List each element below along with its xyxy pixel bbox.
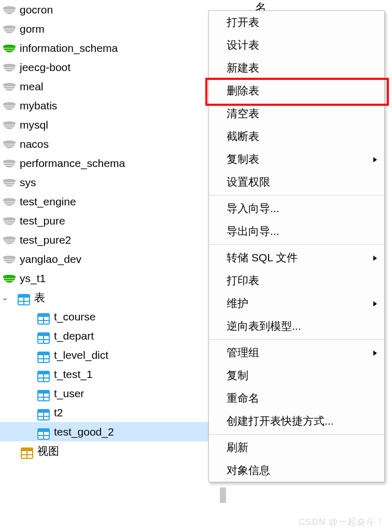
menu-item[interactable]: 复制表 (209, 148, 384, 171)
db-item[interactable]: sys (0, 173, 218, 192)
table-item[interactable]: test_good_2 (0, 422, 218, 441)
database-icon (3, 197, 16, 207)
menu-item[interactable]: 导出向导... (209, 220, 384, 243)
menu-item[interactable]: 设置权限 (209, 171, 384, 193)
view-icon (21, 445, 33, 457)
db-label: ys_t1 (20, 269, 218, 288)
db-item[interactable]: nacos (0, 134, 218, 153)
table-item[interactable]: t_test_1 (0, 365, 218, 384)
db-label: mysql (20, 115, 218, 134)
menu-item[interactable]: 新建表 (209, 57, 384, 79)
context-menu: 打开表设计表新建表删除表清空表截断表复制表设置权限导入向导...导出向导...转… (208, 10, 385, 482)
menu-separator (209, 195, 384, 195)
menu-item[interactable]: 打印表 (209, 269, 384, 292)
table-item[interactable]: t_level_dict (0, 345, 218, 365)
tables-group[interactable]: ⌄表 (0, 288, 218, 307)
table-icon (37, 369, 50, 380)
db-item[interactable]: test_pure2 (0, 230, 218, 249)
table-group-icon (18, 292, 30, 303)
table-icon (37, 426, 50, 438)
views-label: 视图 (37, 441, 218, 460)
table-item[interactable]: t_course (0, 307, 218, 326)
db-item[interactable]: test_engine (0, 192, 218, 211)
menu-separator (209, 434, 384, 435)
db-item[interactable]: ys_t1 (0, 269, 218, 288)
menu-item[interactable]: 创建打开表快捷方式... (209, 410, 384, 432)
menu-item[interactable]: 维护 (209, 292, 384, 315)
scrollbar-thumb[interactable] (220, 487, 226, 503)
database-icon (3, 24, 16, 34)
chevron-down-icon[interactable]: ⌄ (0, 288, 9, 307)
db-item[interactable]: gorm (0, 19, 218, 38)
watermark: CSDN @一起奋斗！ (299, 516, 385, 528)
database-icon (3, 62, 16, 73)
table-icon (37, 330, 50, 342)
table-icon (37, 349, 50, 361)
db-label: sys (20, 173, 218, 192)
tables-group-label: 表 (34, 288, 218, 307)
database-icon (3, 158, 16, 169)
db-item[interactable]: meal (0, 77, 218, 96)
db-label: gorm (20, 19, 218, 38)
table-icon (37, 388, 50, 399)
menu-item[interactable]: 打开表 (209, 11, 384, 34)
menu-separator (209, 244, 384, 245)
database-icon (3, 101, 16, 111)
database-icon (3, 273, 16, 284)
database-icon (3, 216, 16, 226)
db-item[interactable]: mybatis (0, 96, 218, 115)
database-icon (3, 120, 16, 130)
db-item[interactable]: mysql (0, 115, 218, 134)
database-icon (3, 254, 16, 264)
menu-item[interactable]: 清空表 (209, 102, 384, 125)
table-item[interactable]: t_user (0, 384, 218, 403)
db-item[interactable]: gocron (0, 0, 218, 19)
database-tree: gocrongorminformation_schemajeecg-bootme… (0, 0, 218, 460)
table-icon (37, 311, 50, 323)
menu-item[interactable]: 对象信息 (209, 459, 384, 482)
menu-item[interactable]: 导入向导... (209, 197, 384, 220)
db-label: test_pure2 (20, 230, 218, 249)
database-icon (3, 139, 16, 149)
table-label: t2 (54, 403, 218, 422)
db-label: mybatis (20, 96, 218, 115)
db-item[interactable]: jeecg-boot (0, 58, 218, 77)
menu-item[interactable]: 设计表 (209, 34, 384, 57)
db-label: yanglao_dev (20, 249, 218, 269)
menu-item[interactable]: 复制 (209, 364, 384, 387)
menu-item[interactable]: 逆向表到模型... (209, 315, 384, 338)
db-label: test_engine (20, 192, 218, 211)
menu-item[interactable]: 刷新 (209, 436, 384, 459)
table-icon (37, 407, 50, 418)
db-label: gocron (20, 0, 218, 19)
db-item[interactable]: yanglao_dev (0, 249, 218, 269)
menu-separator (209, 339, 384, 340)
menu-item[interactable]: 截断表 (209, 125, 384, 148)
db-label: jeecg-boot (20, 58, 218, 77)
database-icon (3, 81, 16, 92)
db-label: meal (20, 77, 218, 96)
menu-item[interactable]: 管理组 (209, 341, 384, 364)
views-group[interactable]: 视图 (0, 441, 218, 460)
db-item[interactable]: performance_schema (0, 153, 218, 173)
menu-item[interactable]: 删除表 (209, 79, 384, 102)
database-icon (3, 235, 16, 245)
table-label: t_level_dict (54, 345, 218, 365)
table-item[interactable]: t_depart (0, 326, 218, 345)
table-label: t_depart (54, 326, 218, 345)
db-label: nacos (20, 134, 218, 153)
db-label: performance_schema (20, 153, 218, 173)
menu-item[interactable]: 转储 SQL 文件 (209, 246, 384, 269)
database-icon (3, 43, 16, 53)
database-icon (3, 177, 16, 188)
db-label: test_pure (20, 211, 218, 230)
db-item[interactable]: information_schema (0, 38, 218, 58)
menu-item[interactable]: 重命名 (209, 387, 384, 410)
database-icon (3, 5, 16, 15)
table-label: t_test_1 (54, 365, 218, 384)
table-label: t_course (54, 307, 218, 326)
db-label: information_schema (20, 38, 218, 58)
table-label: test_good_2 (54, 422, 218, 441)
table-item[interactable]: t2 (0, 403, 218, 422)
db-item[interactable]: test_pure (0, 211, 218, 230)
